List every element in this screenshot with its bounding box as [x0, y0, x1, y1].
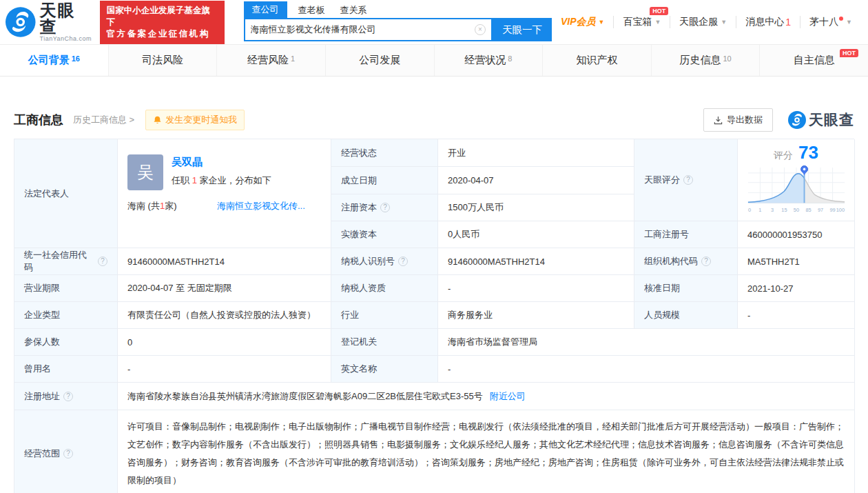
score-word: 评分	[774, 150, 793, 162]
tab-operating-risk[interactable]: 经营风险1	[217, 45, 326, 76]
help-icon[interactable]: ?	[380, 203, 390, 212]
help-icon[interactable]: ?	[98, 256, 107, 266]
field-label-staff-size: 人员规模	[634, 302, 738, 329]
legal-rep-company-link[interactable]: 海南恒立影视文化传...	[217, 200, 305, 212]
search-tab-company[interactable]: 查公司	[244, 1, 287, 18]
search-area: 查公司 查老板 查关系 × 天眼一下	[244, 3, 552, 41]
bell-icon	[153, 115, 162, 125]
field-value-insured-count: 0	[118, 329, 331, 356]
tab-operating-status[interactable]: 经营状况8	[435, 45, 544, 76]
search-button[interactable]: 天眼一下	[493, 18, 552, 41]
svg-text:85: 85	[805, 207, 811, 213]
menu-username[interactable]: 茅十八 ▼	[800, 16, 861, 28]
svg-text:15: 15	[781, 207, 787, 213]
field-label-registry: 登记机关	[331, 329, 438, 356]
history-business-info-link[interactable]: 历史工商信息 >	[73, 114, 134, 126]
field-label-reg-number: 工商注册号	[634, 221, 738, 248]
tab-self-published-info[interactable]: 自主信息 HOT	[760, 45, 868, 76]
field-value-staff-size: -	[738, 302, 855, 329]
legal-rep-positions: 任职 1 家企业，分布如下	[172, 174, 271, 187]
section-title: 工商信息	[14, 112, 63, 128]
field-label-former-name: 曾用名	[14, 356, 118, 383]
field-value-industry: 商务服务业	[438, 302, 634, 329]
field-label-legal-rep: 法定代表人	[14, 139, 118, 248]
tab-history-info[interactable]: 历史信息10	[652, 45, 761, 76]
tianyancha-logo[interactable]: 天眼查 TianYanCha.com	[6, 2, 93, 42]
chevron-down-icon: ▼	[721, 19, 727, 26]
field-label-credit-code: 统一社会信用代码?	[14, 248, 118, 275]
field-value-credit-code: 91460000MA5THH2T14	[118, 248, 331, 275]
menu-toolbox[interactable]: HOT 百宝箱 ▼	[613, 16, 670, 28]
menu-enterprise-service[interactable]: 天眼企服 ▼	[670, 16, 736, 28]
tab-judicial-risk[interactable]: 司法风险	[109, 45, 218, 76]
top-header: 天眼查 TianYanCha.com 国家中小企业发展子基金旗下 官方备案企业征…	[0, 0, 868, 44]
search-tab-boss[interactable]: 查老板	[298, 3, 325, 18]
score-distribution-chart: 0 1 3 15 50 85 97 99 100	[745, 163, 848, 217]
tab-company-background[interactable]: 公司背景16	[0, 45, 109, 76]
field-label-insured-count: 参保人数	[14, 329, 118, 356]
score-value: 73	[798, 143, 818, 161]
field-value-paid-capital: 0人民币	[438, 221, 634, 248]
field-label-business-term: 营业期限	[14, 275, 118, 302]
svg-text:3: 3	[770, 207, 773, 213]
field-label-established: 成立日期	[331, 167, 438, 194]
field-label-taxpayer-quality: 纳税人资质	[331, 275, 438, 302]
legal-rep-cell: 吴 吴双晶 任职 1 家企业，分布如下 海南 (共1家) 海南恒立影视文化传..…	[118, 139, 331, 248]
help-icon[interactable]: ?	[701, 256, 711, 266]
field-value-address: 海南省陵水黎族自治县英州镇清水湾旅游度假区碧海帆影A09二区2B低层住宅欧式E3…	[118, 383, 855, 410]
field-value-company-type: 有限责任公司（自然人投资或控股的法人独资）	[118, 302, 331, 329]
user-menu: VIP会员 ▼ HOT 百宝箱 ▼ 天眼企服 ▼ 消息中心 1 茅十八 ▼	[552, 16, 861, 28]
field-value-business-scope: 许可项目：音像制品制作；电视剧制作；电子出版物制作；广播电视节目制作经营；电视剧…	[118, 410, 855, 493]
svg-text:1: 1	[758, 207, 761, 213]
field-value-registry: 海南省市场监督管理局	[438, 329, 855, 356]
score-marker-pin	[800, 165, 807, 175]
message-count-badge: 1	[785, 17, 791, 28]
menu-message-center[interactable]: 消息中心 1	[736, 16, 800, 28]
legal-rep-region: 海南 (共1家)	[127, 200, 217, 212]
nearby-companies-link[interactable]: 附近公司	[490, 390, 526, 403]
tab-intellectual-property[interactable]: 知识产权	[543, 45, 652, 76]
help-icon[interactable]: ?	[398, 256, 408, 266]
brand-domain: TianYanCha.com	[40, 35, 93, 42]
clear-search-icon[interactable]: ×	[475, 24, 486, 35]
field-label-address: 注册地址?	[14, 383, 118, 410]
field-label-taxpayer-id: 纳税人识别号?	[331, 248, 438, 275]
chevron-down-icon: ▼	[654, 19, 661, 26]
help-icon[interactable]: ?	[63, 392, 73, 401]
field-value-approval-date: 2021-10-27	[738, 275, 855, 302]
field-label-industry: 行业	[331, 302, 438, 329]
company-section-tabs: 公司背景16 司法风险 经营风险1 公司发展 经营状况8 知识产权 历史信息10…	[0, 44, 868, 77]
field-label-registered-capital: 注册资本?	[331, 194, 438, 221]
hot-badge: HOT	[650, 7, 668, 15]
brand-name: 天眼查	[40, 2, 93, 35]
search-input[interactable]	[245, 25, 475, 35]
field-value-business-term: 2020-04-07 至 无固定期限	[118, 275, 331, 302]
field-value-org-code: MA5THH2T1	[738, 248, 855, 275]
avatar[interactable]: 吴	[127, 154, 163, 190]
svg-text:0: 0	[747, 207, 750, 213]
chevron-down-icon: ▼	[846, 19, 852, 26]
help-icon[interactable]: ?	[683, 175, 693, 185]
search-tab-relation[interactable]: 查关系	[340, 3, 367, 18]
help-icon[interactable]: ?	[63, 449, 73, 459]
tyc-score-cell[interactable]: 评分 73	[738, 139, 855, 221]
notify-on-change-button[interactable]: 发生变更时通知我	[145, 110, 245, 130]
export-data-button[interactable]: 导出数据	[703, 108, 773, 132]
download-icon	[714, 116, 723, 125]
tianyancha-watermark: 天眼查	[788, 110, 854, 130]
main-content: 工商信息 历史工商信息 > 发生变更时通知我 导出数据	[0, 108, 868, 493]
svg-text:99: 99	[829, 207, 835, 213]
tianyancha-swirl-icon	[788, 111, 806, 129]
field-label-status: 经营状态	[331, 139, 438, 167]
notification-dot	[839, 17, 843, 21]
tab-company-development[interactable]: 公司发展	[326, 45, 435, 76]
field-label-org-code: 组织机构代码?	[634, 248, 738, 275]
field-value-reg-number: 460000001953750	[738, 221, 855, 248]
field-label-approval-date: 核准日期	[634, 275, 738, 302]
field-value-english-name: -	[438, 356, 855, 383]
menu-vip[interactable]: VIP会员 ▼	[552, 16, 614, 28]
search-tabs: 查公司 查老板 查关系	[244, 3, 552, 18]
field-label-english-name: 英文名称	[331, 356, 438, 383]
field-value-established: 2020-04-07	[438, 167, 634, 194]
legal-rep-name-link[interactable]: 吴双晶	[172, 156, 271, 169]
